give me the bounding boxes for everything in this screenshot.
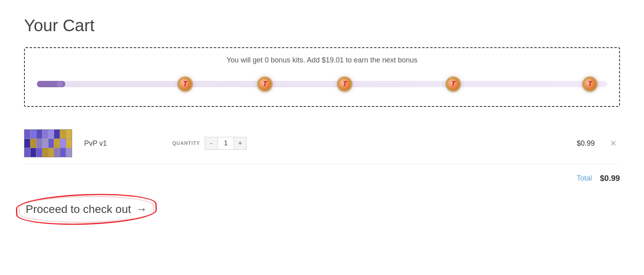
checkout-label: Proceed to check out — [26, 203, 131, 216]
total-section: Total $0.99 — [24, 164, 620, 193]
bonus-token-4: T — [444, 75, 462, 93]
progress-track: T T T T T — [37, 74, 607, 94]
quantity-value: 1 — [218, 137, 234, 150]
checkout-arrow: → — [136, 203, 147, 216]
decrease-quantity-button[interactable]: - — [205, 137, 218, 150]
bonus-token-5: T — [581, 75, 599, 93]
total-label: Total — [577, 174, 592, 183]
page-title: Your Cart — [24, 16, 620, 35]
progress-start-dot — [57, 81, 63, 87]
remove-item-button[interactable]: ✕ — [607, 137, 620, 150]
bonus-token-3: T — [336, 75, 353, 93]
track-background — [37, 81, 607, 87]
item-name: PvP v1 — [84, 139, 156, 148]
total-amount: $0.99 — [600, 174, 620, 183]
increase-quantity-button[interactable]: + — [234, 137, 246, 150]
checkout-button[interactable]: Proceed to check out → — [24, 199, 149, 220]
quantity-section: QUANTITY - 1 + — [172, 137, 563, 150]
bonus-token-1: T — [176, 75, 194, 93]
cart-item-row: PvP v1 QUANTITY - 1 + $0.99 ✕ — [24, 123, 620, 164]
quantity-controls[interactable]: - 1 + — [205, 137, 246, 150]
bonus-token-2: T — [256, 75, 274, 93]
checkout-button-wrapper[interactable]: Proceed to check out → — [24, 199, 149, 220]
item-price: $0.99 — [563, 139, 595, 148]
bonus-bar: You will get 0 bonus kits. Add $19.01 to… — [24, 47, 620, 107]
item-thumbnail — [24, 129, 72, 157]
bonus-message: You will get 0 bonus kits. Add $19.01 to… — [37, 56, 607, 64]
quantity-label: QUANTITY — [172, 141, 200, 146]
checkout-area: Proceed to check out → — [24, 199, 620, 220]
